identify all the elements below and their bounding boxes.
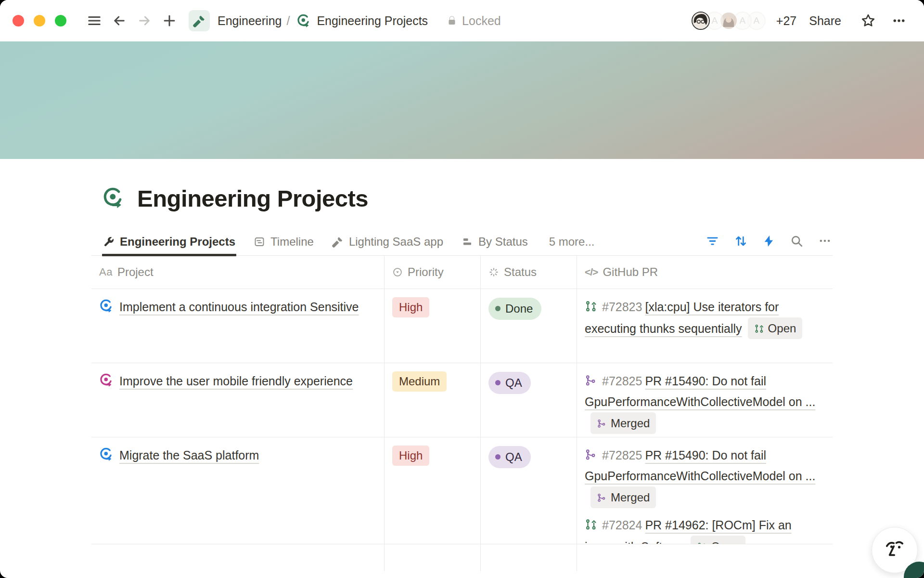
- pr-number: #72824: [602, 518, 642, 532]
- page-goal-icon: [296, 13, 311, 28]
- more-options-icon[interactable]: [888, 10, 910, 31]
- locked-label: Locked: [462, 14, 501, 28]
- view-tab-label: Lighting SaaS app: [349, 235, 443, 249]
- view-tab-lighting-saas-app[interactable]: Lighting SaaS app: [332, 228, 443, 255]
- column-label: Status: [504, 265, 537, 279]
- pr-open-icon: [585, 300, 597, 314]
- column-header-github-pr[interactable]: </>GitHub PR: [577, 256, 831, 289]
- pr-merged-icon: [585, 374, 597, 388]
- view-tab-by-status[interactable]: By Status: [462, 228, 528, 255]
- avatar-overflow-count[interactable]: +27: [776, 14, 796, 28]
- locked-indicator[interactable]: Locked: [446, 14, 501, 28]
- priority-badge[interactable]: High: [392, 446, 429, 466]
- project-link[interactable]: Improve the user mobile friendly experie…: [119, 374, 353, 388]
- avatar[interactable]: [692, 12, 710, 30]
- breadcrumb-root[interactable]: Engineering: [218, 14, 282, 28]
- text-property-icon: Aa: [99, 266, 113, 278]
- window-controls: [13, 15, 66, 26]
- close-window-button[interactable]: [13, 15, 24, 26]
- breadcrumb: Engineering / Engineering Projects: [218, 13, 428, 28]
- filter-icon[interactable]: [706, 234, 719, 250]
- column-label: GitHub PR: [603, 265, 658, 279]
- pr-merged-icon: [597, 413, 607, 433]
- project-link[interactable]: Implement a continuous integration Sensi…: [119, 300, 359, 314]
- github-pr-entry: #72825PR #15490: Do not fail GpuPerforma…: [585, 445, 822, 508]
- column-header-status[interactable]: Status: [481, 256, 577, 289]
- pr-open-icon: [697, 537, 707, 544]
- status-pill[interactable]: QA: [488, 372, 531, 394]
- pr-state-badge[interactable]: Merged: [590, 486, 656, 508]
- table-header-row: AaProjectPriorityStatus</>GitHub PR: [91, 256, 833, 289]
- more-views-button[interactable]: 5 more...: [549, 235, 595, 249]
- view-options-icon[interactable]: [818, 234, 832, 250]
- pr-state-badge[interactable]: Open: [691, 536, 745, 544]
- priority-badge[interactable]: Medium: [392, 371, 447, 392]
- back-icon[interactable]: [109, 10, 130, 31]
- pr-state-badge[interactable]: Merged: [590, 412, 656, 434]
- toolbar: Engineering / Engineering Projects Locke…: [0, 0, 924, 41]
- hammer-icon: [332, 236, 344, 248]
- pr-open-icon: [585, 518, 597, 532]
- sidebar-menu-icon[interactable]: [84, 10, 105, 31]
- project-link[interactable]: Migrate the SaaS platform: [119, 448, 259, 462]
- view-tab-label: By Status: [478, 235, 528, 249]
- github-pr-entry: #72824PR #14962: [ROCm] Fix an issue wit…: [585, 515, 822, 544]
- automations-lightning-icon[interactable]: [762, 235, 775, 250]
- project-goal-icon: [99, 447, 114, 468]
- page-title[interactable]: Engineering Projects: [137, 185, 368, 212]
- code-property-icon: </>: [585, 266, 598, 278]
- priority-badge[interactable]: High: [392, 297, 429, 317]
- board-icon: [462, 236, 473, 248]
- page-cover: [0, 41, 924, 159]
- status-pill[interactable]: QA: [488, 446, 531, 468]
- view-tab-timeline[interactable]: Timeline: [254, 228, 314, 255]
- column-label: Project: [117, 265, 154, 279]
- projects-table: AaProjectPriorityStatus</>GitHub PR Impl…: [91, 255, 833, 571]
- avatar-initial: A: [712, 15, 718, 26]
- project-goal-icon: [99, 373, 114, 394]
- column-header-project[interactable]: AaProject: [91, 256, 385, 289]
- column-header-priority[interactable]: Priority: [385, 256, 481, 289]
- pr-number: #72825: [602, 448, 642, 462]
- favorite-star-icon[interactable]: [858, 10, 879, 31]
- status-dot-icon: [495, 380, 500, 385]
- pr-open-icon: [754, 318, 764, 338]
- minimize-window-button[interactable]: [34, 15, 45, 26]
- project-goal-icon: [99, 299, 114, 319]
- zoom-window-button[interactable]: [55, 15, 66, 26]
- sort-icon[interactable]: [734, 234, 748, 250]
- view-tab-label: Timeline: [270, 235, 314, 249]
- search-icon[interactable]: [790, 234, 804, 250]
- avatar-initial: A: [740, 15, 746, 26]
- select-property-icon: [392, 267, 403, 277]
- view-tab-engineering-projects[interactable]: Engineering Projects: [103, 228, 235, 255]
- table-row-partial: [91, 544, 833, 571]
- github-pr-entry: #72825PR #15490: Do not fail GpuPerforma…: [585, 371, 822, 434]
- view-tabs-bar: Engineering ProjectsTimelineLighting Saa…: [103, 228, 833, 255]
- pr-state-badge[interactable]: Open: [748, 317, 803, 339]
- github-pr-entry: #72823[xla:cpu] Use iterators for execut…: [585, 297, 822, 339]
- pr-number: #72825: [602, 374, 642, 388]
- status-dot-icon: [495, 306, 500, 311]
- pr-number: #72823: [602, 300, 642, 314]
- breadcrumb-separator: /: [286, 14, 290, 28]
- view-tab-label: Engineering Projects: [120, 235, 235, 249]
- status-dot-icon: [495, 454, 500, 460]
- column-label: Priority: [408, 265, 444, 279]
- breadcrumb-current[interactable]: Engineering Projects: [317, 14, 428, 28]
- status-pill[interactable]: Done: [488, 298, 541, 320]
- table-row: Implement a continuous integration Sensi…: [91, 289, 833, 363]
- app-window: Engineering / Engineering Projects Locke…: [0, 0, 924, 578]
- avatar-initial: A: [754, 15, 760, 26]
- table-row: Improve the user mobile friendly experie…: [91, 363, 833, 437]
- lock-icon: [446, 15, 458, 26]
- workspace-hammer-icon[interactable]: [189, 10, 210, 31]
- pr-merged-icon: [585, 448, 597, 462]
- forward-icon[interactable]: [134, 10, 155, 31]
- table-row: Migrate the SaaS platformHighQA #72825PR…: [91, 437, 833, 544]
- new-tab-icon[interactable]: [159, 10, 180, 31]
- collaborator-avatars[interactable]: AAA: [692, 12, 766, 30]
- pr-merged-icon: [597, 487, 607, 507]
- share-button[interactable]: Share: [809, 14, 841, 28]
- page-icon[interactable]: [102, 186, 125, 211]
